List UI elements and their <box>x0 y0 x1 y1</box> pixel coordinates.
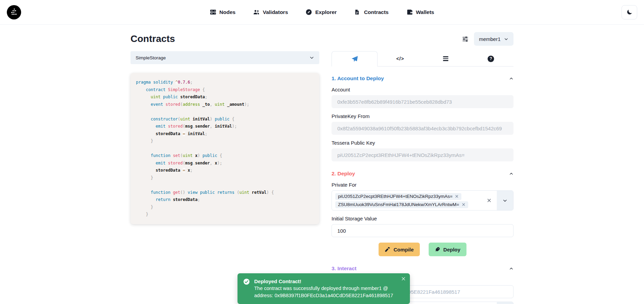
code-icon: </> <box>396 56 404 61</box>
multiselect-clear-button[interactable] <box>481 191 497 210</box>
check-circle-icon <box>243 278 250 285</box>
compass-icon <box>306 9 312 15</box>
code-line: return storedData; <box>136 196 314 204</box>
contract-action-tabs: </> ? <box>332 51 513 67</box>
code-line <box>136 182 314 189</box>
nav-item-explorer[interactable]: Explorer <box>306 9 337 15</box>
tag-remove-icon[interactable] <box>462 203 465 206</box>
private-for-multiselect[interactable]: piU2051ZcP2ecpt3REthHJFW4+tENOsZikRpz33y… <box>332 190 513 211</box>
tag-remove-icon[interactable] <box>455 194 459 198</box>
nav-item-label: Nodes <box>219 9 235 15</box>
nav-links: NodesValidatorsExplorerContractsWallets <box>210 9 434 15</box>
page-title: Contracts <box>131 33 175 44</box>
account-selector-button[interactable]: member1 <box>474 32 513 46</box>
account-input[interactable] <box>332 95 513 108</box>
file-icon <box>354 9 361 15</box>
code-line <box>136 145 314 153</box>
section-interact-header[interactable]: 3. Interact <box>332 265 513 272</box>
section-interact-title: 3. Interact <box>332 265 356 272</box>
code-line: contract SimpleStorage { <box>136 86 314 94</box>
theme-toggle-button[interactable] <box>622 5 637 19</box>
contract-select[interactable]: SimpleStorage <box>131 51 319 64</box>
code-line: storedData = initVal; <box>136 130 314 138</box>
toast-title: Deployed Contract! <box>254 278 393 285</box>
code-line: } <box>136 137 314 145</box>
list-icon <box>443 56 448 61</box>
deploy-panel: 1. Account to Deploy Account PrivateKey … <box>332 67 513 304</box>
tab-logs[interactable] <box>423 51 468 66</box>
paper-plane-icon <box>351 56 358 62</box>
code-line <box>136 108 314 116</box>
code-line: constructor(uint initVal) public { <box>136 116 314 123</box>
moon-icon <box>626 9 633 15</box>
hammer-icon <box>385 247 390 252</box>
initial-storage-input[interactable] <box>332 224 513 237</box>
code-line: pragma solidity ^0.7.6; <box>136 79 314 86</box>
code-line: storedData = x; <box>136 167 314 174</box>
tab-code[interactable]: </> <box>378 51 423 66</box>
chevron-down-icon <box>309 55 314 60</box>
code-line: emit stored(msg.sender, initVal); <box>136 123 314 130</box>
deploy-success-toast: Deployed Contract! The contract was succ… <box>237 273 410 304</box>
section-deploy-header[interactable]: 2. Deploy <box>332 171 513 177</box>
privatekey-label: PrivateKey From <box>332 113 513 119</box>
navbar: NodesValidatorsExplorerContractsWallets <box>0 0 644 25</box>
toast-close-icon[interactable] <box>401 276 406 281</box>
chevron-up-icon <box>509 172 513 176</box>
function-select-dropdown-button[interactable] <box>497 302 513 304</box>
server-icon <box>210 9 216 15</box>
rocket-icon <box>435 247 440 252</box>
code-line: emit stored(msg.sender, x); <box>136 160 314 167</box>
nav-item-wallets[interactable]: Wallets <box>407 9 434 15</box>
nav-item-validators[interactable]: Validators <box>253 9 288 15</box>
code-line: function set(uint x) public { <box>136 152 314 160</box>
code-line: } <box>136 211 314 218</box>
tessera-key-label: Tessera Public Key <box>332 140 513 146</box>
privatekey-input[interactable] <box>332 122 513 135</box>
nav-item-label: Validators <box>263 9 288 15</box>
nav-item-nodes[interactable]: Nodes <box>210 9 235 15</box>
private-for-tag: ZSU8mUuok39VuSnsFmHal178JdUNekw/XmYLArRn… <box>335 201 468 208</box>
private-for-tag: piU2051ZcP2ecpt3REthHJFW4+tENOsZikRpz33y… <box>335 193 461 200</box>
section-account-header[interactable]: 1. Account to Deploy <box>332 75 513 82</box>
chevron-up-icon <box>509 76 513 81</box>
toast-message-line1: The contract was successfully deployed t… <box>254 285 393 292</box>
toast-message-line2: address: 0x9B8397f1B0FEcD3a1a40CdD5E8221… <box>254 292 393 299</box>
multiselect-dropdown-button[interactable] <box>497 191 513 210</box>
main-content: Contracts member1 SimpleStorage <box>131 32 513 304</box>
code-line: event stored(address _to, uint _amount); <box>136 101 314 108</box>
section-deploy-title: 2. Deploy <box>332 171 355 177</box>
code-line: uint public storedData; <box>136 93 314 101</box>
code-line: function get() view public returns (uint… <box>136 189 314 197</box>
sliders-icon[interactable] <box>462 35 469 43</box>
tab-help[interactable]: ? <box>468 51 513 66</box>
users-icon <box>253 9 260 15</box>
compile-button-label: Compile <box>394 247 414 252</box>
nav-item-label: Explorer <box>315 9 337 15</box>
tessera-key-input[interactable] <box>332 148 513 161</box>
nav-item-contracts[interactable]: Contracts <box>354 9 388 15</box>
private-for-tag-label: piU2051ZcP2ecpt3REthHJFW4+tENOsZikRpz33y… <box>338 194 453 199</box>
chevron-up-icon <box>509 266 513 271</box>
account-selector-label: member1 <box>479 36 501 42</box>
wallet-icon <box>407 9 413 15</box>
app-logo-icon[interactable] <box>7 5 21 19</box>
private-for-label: Private For <box>332 182 513 188</box>
nav-item-label: Wallets <box>416 9 434 15</box>
contract-select-value: SimpleStorage <box>136 55 166 60</box>
deploy-button-label: Deploy <box>443 247 460 252</box>
initial-storage-label: Initial Storage Value <box>332 216 513 221</box>
chevron-down-icon <box>504 37 508 41</box>
tab-deploy[interactable] <box>332 51 378 67</box>
nav-item-label: Contracts <box>364 9 388 15</box>
question-icon: ? <box>488 56 494 62</box>
solidity-source-code: pragma solidity ^0.7.6; contract SimpleS… <box>131 73 319 224</box>
compile-button[interactable]: Compile <box>379 243 420 256</box>
section-account-title: 1. Account to Deploy <box>332 75 384 82</box>
account-label: Account <box>332 87 513 92</box>
private-for-tag-label: ZSU8mUuok39VuSnsFmHal178JdUNekw/XmYLArRn… <box>338 202 459 207</box>
deploy-button[interactable]: Deploy <box>429 243 466 256</box>
code-line: } <box>136 174 314 182</box>
code-line: } <box>136 204 314 211</box>
